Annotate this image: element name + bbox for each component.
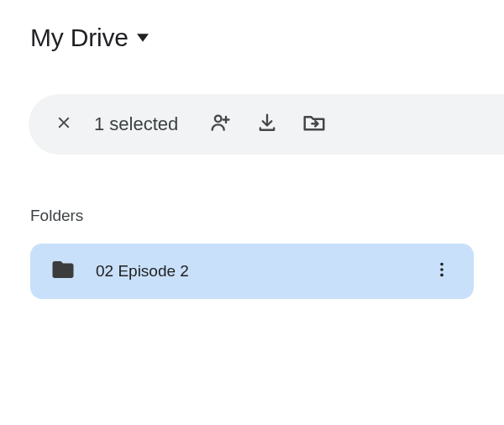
svg-point-3 — [440, 274, 444, 277]
svg-point-2 — [440, 268, 444, 271]
folder-move-icon — [302, 110, 327, 139]
more-vert-icon — [433, 260, 451, 282]
folder-item-label: 02 Episode 2 — [96, 262, 403, 281]
svg-point-1 — [440, 263, 444, 266]
download-button[interactable] — [247, 104, 287, 144]
chevron-down-icon — [137, 34, 149, 42]
selection-bar: 1 selected — [29, 94, 504, 155]
download-icon — [255, 111, 279, 138]
svg-point-0 — [215, 116, 221, 122]
section-header-folders: Folders — [30, 207, 474, 225]
breadcrumb[interactable]: My Drive — [30, 20, 155, 55]
breadcrumb-title: My Drive — [30, 24, 129, 52]
close-icon — [55, 113, 73, 135]
share-button[interactable] — [200, 104, 240, 144]
folder-icon — [50, 257, 76, 286]
move-button[interactable] — [294, 104, 334, 144]
person-add-icon — [208, 111, 232, 138]
folder-item[interactable]: 02 Episode 2 — [30, 244, 474, 299]
selection-count: 1 selected — [94, 113, 178, 135]
clear-selection-button[interactable] — [44, 104, 84, 144]
folder-more-actions-button[interactable] — [423, 253, 460, 290]
